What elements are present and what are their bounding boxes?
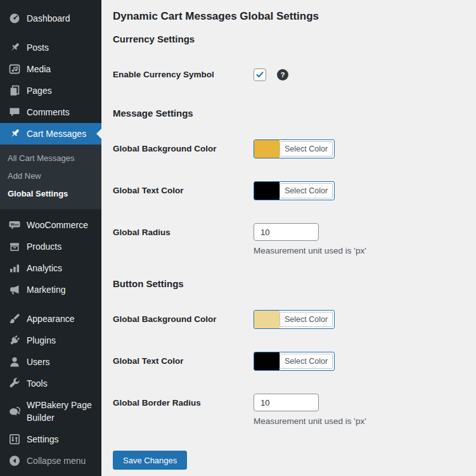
message-radius-row: Global Radius Measurement unit used is '…	[113, 223, 463, 256]
sliders-icon	[8, 433, 21, 446]
sidebar-item-label: WPBakery Page Builder	[27, 399, 96, 424]
message-bg-color-swatch	[254, 140, 280, 158]
sidebar-item-wpbakery[interactable]: WPBakery Page Builder	[0, 394, 101, 428]
sidebar-item-collapse-menu[interactable]: Collapse menu	[0, 450, 101, 472]
sidebar-item-tools[interactable]: Tools	[0, 373, 101, 394]
bar-chart-icon	[8, 262, 21, 274]
sidebar-item-label: Cart Messages	[27, 127, 96, 140]
sidebar-item-label: Pages	[27, 84, 96, 97]
cart-messages-submenu: All Cart Messages Add New Global Setting…	[0, 145, 101, 209]
page-title: Dynamic Cart Messages Global Settings	[113, 10, 463, 23]
button-radius-label: Global Border Radius	[113, 394, 254, 413]
sidebar-item-label: Posts	[27, 41, 96, 54]
currency-settings-heading: Currency Settings	[113, 33, 463, 45]
button-bg-select-color-button[interactable]: Select Color	[254, 310, 335, 329]
sidebar-item-label: Analytics	[27, 262, 96, 274]
sidebar-item-media[interactable]: Media	[0, 58, 101, 80]
button-text-color-label: Global Text Color	[113, 352, 254, 371]
sidebar-item-label: Comments	[27, 106, 96, 119]
message-bg-color-label: Global Background Color	[113, 139, 254, 158]
save-changes-button[interactable]: Save Changes	[113, 451, 187, 470]
button-text-color-swatch	[254, 352, 280, 370]
sidebar-item-label: Marketing	[27, 283, 96, 296]
svg-text:Woo: Woo	[11, 222, 19, 226]
submenu-item-all-cart-messages[interactable]: All Cart Messages	[0, 150, 101, 167]
wp-admin-page: Dashboard Posts Media Pages Comments Car…	[0, 0, 476, 476]
pushpin-icon	[8, 41, 21, 54]
sidebar-item-label: WooCommerce	[27, 219, 96, 231]
sidebar-item-label: Appearance	[27, 312, 96, 325]
message-radius-input[interactable]	[254, 223, 319, 241]
person-icon	[8, 356, 21, 368]
button-text-select-color-button[interactable]: Select Color	[254, 352, 335, 371]
message-text-color-label: Global Text Color	[113, 181, 254, 200]
comment-icon	[8, 106, 21, 119]
message-bg-color-row: Global Background Color Select Color	[113, 139, 463, 158]
message-radius-helper-text: Measurement unit used is 'px'	[254, 245, 366, 256]
button-bg-color-label: Global Background Color	[113, 310, 254, 329]
sidebar-item-plugins[interactable]: Plugins	[0, 330, 101, 351]
button-bg-color-row: Global Background Color Select Color	[113, 310, 463, 329]
sidebar-item-label: Media	[27, 63, 96, 75]
dashboard-icon	[8, 12, 21, 25]
submenu-item-global-settings[interactable]: Global Settings	[0, 185, 101, 203]
sidebar-item-posts[interactable]: Posts	[0, 37, 101, 58]
sidebar-item-label: Settings	[27, 433, 96, 446]
woocommerce-icon: Woo	[8, 219, 21, 231]
collapse-arrow-icon	[8, 454, 21, 467]
button-text-color-row: Global Text Color Select Color	[113, 352, 463, 371]
button-bg-color-swatch	[254, 311, 280, 328]
sidebar-item-products[interactable]: Products	[0, 236, 101, 257]
pages-icon	[8, 84, 21, 97]
sidebar-item-comments[interactable]: Comments	[0, 101, 101, 123]
enable-currency-label: Enable Currency Symbol	[113, 65, 254, 84]
sidebar-item-marketing[interactable]: Marketing	[0, 279, 101, 300]
settings-page-content: Dynamic Cart Messages Global Settings Cu…	[101, 0, 476, 476]
message-radius-label: Global Radius	[113, 223, 254, 242]
paintbrush-icon	[8, 312, 21, 325]
select-color-label: Select Color	[280, 354, 333, 369]
help-icon[interactable]: ?	[277, 69, 288, 80]
button-radius-helper-text: Measurement unit used is 'px'	[254, 416, 366, 427]
enable-currency-checkbox[interactable]	[254, 68, 266, 81]
button-settings-heading: Button Settings	[113, 278, 463, 290]
sidebar-item-label: Tools	[27, 377, 96, 390]
sidebar-item-woocommerce[interactable]: Woo WooCommerce	[0, 214, 101, 236]
select-color-label: Select Color	[280, 312, 333, 327]
wpbakery-icon	[8, 405, 21, 418]
media-icon	[8, 63, 21, 75]
sidebar-item-users[interactable]: Users	[0, 351, 101, 373]
sidebar-item-label: Collapse menu	[27, 454, 96, 467]
sidebar-item-pages[interactable]: Pages	[0, 80, 101, 101]
button-radius-row: Global Border Radius Measurement unit us…	[113, 394, 463, 427]
enable-currency-row: Enable Currency Symbol ?	[113, 65, 463, 84]
sidebar-item-label: Products	[27, 240, 96, 253]
sidebar-item-cart-messages[interactable]: Cart Messages	[0, 123, 101, 145]
sidebar-item-label: Plugins	[27, 334, 96, 347]
message-bg-select-color-button[interactable]: Select Color	[254, 139, 335, 158]
button-radius-input[interactable]	[254, 394, 319, 411]
sidebar-item-label: Users	[27, 356, 96, 368]
admin-sidebar: Dashboard Posts Media Pages Comments Car…	[0, 0, 101, 476]
plug-icon	[8, 334, 21, 347]
sidebar-item-appearance[interactable]: Appearance	[0, 308, 101, 330]
sidebar-item-label: Dashboard	[27, 12, 96, 25]
select-color-label: Select Color	[280, 141, 333, 157]
submenu-item-add-new[interactable]: Add New	[0, 167, 101, 185]
sidebar-item-analytics[interactable]: Analytics	[0, 257, 101, 279]
sidebar-item-dashboard[interactable]: Dashboard	[0, 8, 101, 29]
message-text-color-swatch	[254, 182, 280, 200]
message-settings-heading: Message Settings	[113, 107, 463, 119]
select-color-label: Select Color	[280, 183, 333, 198]
message-text-color-row: Global Text Color Select Color	[113, 181, 463, 200]
box-icon	[8, 240, 21, 253]
megaphone-icon	[8, 283, 21, 296]
message-text-select-color-button[interactable]: Select Color	[254, 181, 335, 200]
pushpin-icon	[8, 127, 21, 140]
wrench-icon	[8, 377, 21, 390]
sidebar-item-settings[interactable]: Settings	[0, 428, 101, 450]
